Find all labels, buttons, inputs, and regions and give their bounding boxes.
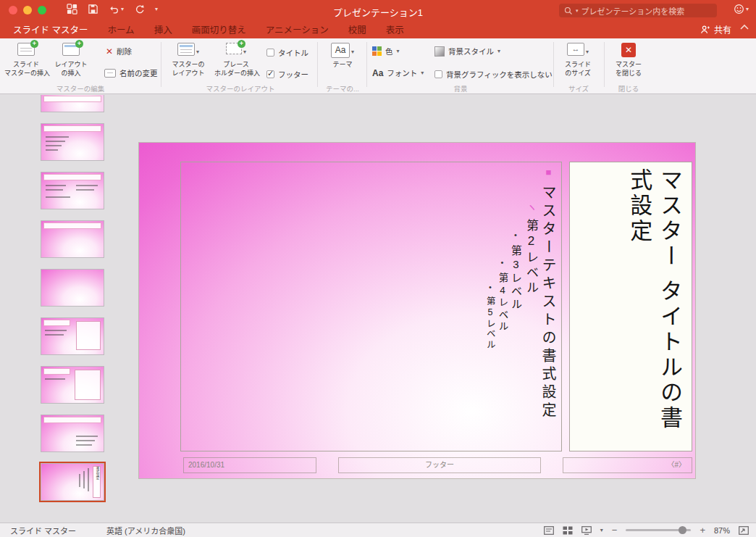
tab-animations[interactable]: アニメーション (266, 22, 329, 36)
group-label-themes: テーマの... (319, 83, 366, 93)
insert-placeholder-icon: + (226, 43, 242, 54)
normal-view-button[interactable] (544, 526, 554, 535)
delete-icon: ✕ (106, 46, 113, 57)
level3-bullet-icon: • (511, 230, 520, 241)
slide-thumbnail-panel[interactable]: マスター タイトルの書式設定 マスター タイトルの書式設定 マスター タイトルの… (0, 95, 116, 523)
level4-bullet-icon: • (497, 258, 506, 269)
footer-checkbox[interactable] (266, 70, 274, 78)
rename-button[interactable]: 名前の変更 (104, 67, 158, 78)
background-styles-button[interactable]: 背景スタイル ▾ (434, 46, 500, 57)
rename-icon (104, 69, 116, 78)
search-scope-chevron-icon[interactable]: ▾ (576, 8, 579, 14)
body-placeholder[interactable]: ■マスターテキストの書式設定 ヽ第2レベル •第3レベル •第4レベル •第5レ… (180, 162, 562, 451)
footer-text: フッター (425, 461, 454, 469)
dropdown-caret-icon: ▾ (351, 49, 354, 55)
zoom-out-button[interactable]: − (612, 525, 618, 536)
hide-background-graphics-row[interactable]: 背景グラフィックを表示しない (434, 69, 553, 80)
hide-background-graphics-checkbox[interactable] (434, 70, 442, 78)
add-person-icon (700, 25, 710, 35)
close-master-button[interactable]: ✕ マスターを閉じる (608, 41, 649, 82)
footer-checkbox-row[interactable]: フッター (266, 69, 308, 80)
dropdown-caret-icon: ▾ (497, 48, 500, 54)
slide-sorter-button[interactable] (563, 526, 573, 535)
footer-placeholder[interactable]: フッター (338, 457, 541, 473)
view-options-caret-icon[interactable]: ▾ (600, 527, 603, 533)
body-text: ■マスターテキストの書式設定 ヽ第2レベル •第3レベル •第4レベル •第5レ… (484, 167, 558, 446)
titlebar: ▾ ▾ プレゼンテーション1 ▾ プレゼンテーション内を検索 (0, 0, 756, 20)
zoom-level[interactable]: 87% (714, 526, 730, 535)
master-layout-button[interactable]: ▾ マスターのレイアウト (167, 41, 210, 82)
ribbon: + スライドマスターの挿入 + レイアウトの挿入 ✕ 削除 名前の変更 マスター… (0, 38, 756, 94)
slide-number-placeholder[interactable]: 〈#〉 (563, 457, 692, 473)
fonts-button[interactable]: Aa フォント ▾ (372, 67, 424, 78)
window-chrome: ▾ ▾ プレゼンテーション1 ▾ プレゼンテーション内を検索 (0, 0, 756, 38)
group-label-size: サイズ (555, 83, 602, 93)
slide-thumbnail-2[interactable]: マスター タイトルの書式設定 (41, 123, 104, 161)
smiley-icon (734, 4, 744, 14)
slideshow-button[interactable] (581, 526, 592, 535)
slide-thumbnail-5[interactable] (41, 269, 104, 307)
insert-slide-master-icon: + (17, 43, 35, 56)
close-master-icon: ✕ (621, 43, 636, 57)
slide-thumbnail-9-selected[interactable]: マスター タイトルの書式設定 (41, 463, 104, 501)
share-button[interactable]: 共有 (700, 20, 731, 38)
date-placeholder[interactable]: 2016/10/31 (183, 457, 316, 473)
date-text: 2016/10/31 (188, 461, 224, 469)
delete-button[interactable]: ✕ 削除 (106, 46, 132, 57)
zoom-slider[interactable] (626, 529, 691, 531)
slide-size-icon: ↔ (567, 43, 584, 56)
chevron-up-icon (740, 24, 749, 30)
footer-checkbox-label: フッター (278, 69, 308, 80)
ribbon-tab-bar: スライド マスター ホーム 挿入 画面切り替え アニメーション 校閲 表示 (0, 20, 756, 38)
group-separator (161, 42, 161, 87)
insert-placeholder-button[interactable]: + ▾ プレースホルダーの挿入 (214, 41, 258, 82)
group-separator (366, 42, 367, 87)
zoom-slider-knob[interactable] (679, 526, 686, 534)
fit-to-window-icon (739, 526, 749, 535)
insert-slide-master-button[interactable]: + スライドマスターの挿入 (4, 41, 48, 82)
slide-number-text: 〈#〉 (667, 461, 686, 469)
colors-button[interactable]: 色 ▾ (372, 46, 400, 57)
slide-size-button[interactable]: ↔ ▾ スライドのサイズ (558, 41, 598, 82)
slide-thumbnail-6[interactable]: マスター タイトルの書式設定 (41, 317, 104, 355)
smiley-chevron-icon: ▾ (746, 6, 749, 12)
title-checkbox-row[interactable]: タイトル (266, 47, 308, 58)
tab-slide-master[interactable]: スライド マスター (13, 22, 88, 36)
insert-layout-button[interactable]: + レイアウトの挿入 (49, 41, 93, 82)
search-input[interactable]: ▾ プレゼンテーション内を検索 (559, 4, 717, 17)
level5-bullet-icon: • (486, 283, 495, 293)
dropdown-caret-icon: ▾ (243, 49, 246, 55)
slide-thumbnail-4[interactable]: マスター タイトルの書式設定 (41, 220, 104, 258)
group-label-master-editing: マスターの編集 (0, 83, 161, 93)
slide-canvas[interactable]: ■マスターテキストの書式設定 ヽ第2レベル •第3レベル •第4レベル •第5レ… (138, 142, 696, 479)
tab-insert[interactable]: 挿入 (154, 22, 172, 36)
slide-thumbnail-8[interactable]: マスター タイトルの書式設定 (41, 415, 104, 452)
themes-icon: Aa (331, 43, 350, 58)
slide-sorter-icon (563, 526, 573, 535)
status-view-label: スライド マスター (10, 525, 76, 536)
slide-thumbnail-3[interactable]: マスター タイトルの書式設定 (41, 172, 104, 209)
tab-home[interactable]: ホーム (107, 22, 134, 36)
group-separator (317, 42, 318, 87)
tab-review[interactable]: 校閲 (348, 22, 366, 36)
group-separator (553, 42, 554, 87)
fonts-icon: Aa (372, 68, 383, 78)
dropdown-caret-icon: ▾ (586, 49, 589, 55)
slide-thumbnail-1[interactable]: マスター タイトルの書式設定 (41, 95, 104, 112)
themes-button[interactable]: Aa ▾ テーマ (323, 41, 362, 82)
fit-to-window-button[interactable] (739, 526, 749, 535)
group-separator (604, 42, 605, 87)
hide-background-graphics-label: 背景グラフィックを表示しない (446, 69, 553, 80)
dropdown-caret-icon: ▾ (421, 70, 424, 76)
zoom-in-button[interactable]: + (700, 525, 705, 536)
feedback-smiley-button[interactable]: ▾ (734, 4, 749, 14)
dropdown-caret-icon: ▾ (397, 48, 400, 54)
tab-view[interactable]: 表示 (386, 22, 404, 36)
status-language[interactable]: 英語 (アメリカ合衆国) (106, 525, 185, 536)
ribbon-collapse-button[interactable] (740, 23, 749, 32)
tab-transitions[interactable]: 画面切り替え (192, 22, 246, 36)
title-checkbox[interactable] (266, 49, 274, 57)
title-placeholder[interactable]: マスター タイトルの書 式設定 (569, 162, 692, 451)
insert-layout-icon: + (62, 43, 80, 56)
slide-thumbnail-7[interactable]: マスター タイトルの書式設定 (41, 366, 104, 404)
